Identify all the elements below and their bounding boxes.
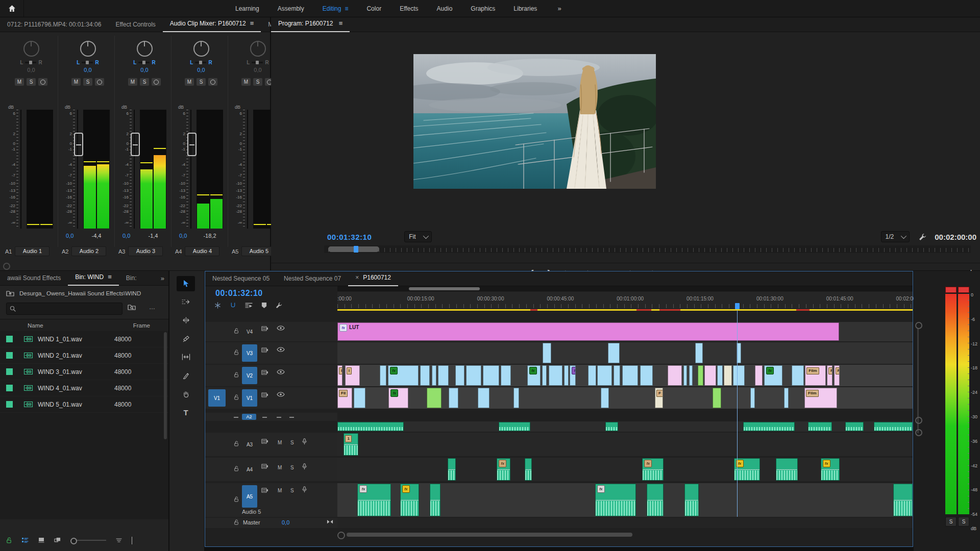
project-search-box[interactable] [6,303,122,315]
clip-indicator-right[interactable] [958,287,969,293]
video-clip[interactable] [724,365,732,386]
audio-clip[interactable]: fx [497,458,510,481]
ripple-edit-tool[interactable] [177,313,195,328]
audio-clip[interactable] [525,458,532,481]
home-button[interactable] [0,0,24,17]
fader-handle[interactable] [131,133,140,156]
video-clip[interactable] [466,365,481,386]
mixer-tab-0[interactable]: 0712: P1116796.MP4: 00:01:34:06 [0,17,108,32]
sync-lock-icon[interactable] [261,438,268,444]
mute-button[interactable]: M [278,440,282,445]
search-input[interactable] [19,305,113,313]
list-item[interactable]: WIND 3_01.wav48000 [0,364,168,380]
program-scrubber[interactable] [324,245,971,253]
lock-icon[interactable] [234,496,239,503]
timeline-vertical-scrollbar[interactable] [915,322,920,439]
pan-slider[interactable] [195,62,206,63]
solo-button[interactable]: S [197,78,206,86]
mic-icon[interactable] [302,486,307,493]
channel-name-field[interactable]: Audio 4 [185,246,219,256]
label-color-swatch[interactable] [6,368,13,375]
channel-name-field[interactable]: Audio 2 [71,246,106,256]
fader-track[interactable] [247,110,248,229]
audio-clip[interactable] [874,422,913,431]
track-name[interactable]: Audio 5 [242,509,261,515]
track-header-a3[interactable]: A3MS [205,433,337,456]
workspace-tab-audio[interactable]: Audio [437,5,453,12]
workspace-tab-color[interactable]: Color [366,5,381,12]
pan-value[interactable]: 0,0 [4,67,58,73]
video-clip[interactable]: Film [804,388,837,408]
vscroll-handle-bottom[interactable] [915,417,922,424]
solo-button[interactable]: S [290,465,294,470]
mute-button[interactable]: M [241,78,251,86]
project-tab-1[interactable]: Bin: WIND≡ [68,270,119,286]
timeline-ruler[interactable]: :00:0000:00:15:0000:00:30:0000:00:45:000… [337,292,913,311]
pan-slider[interactable] [25,62,36,63]
solo-button[interactable]: S [253,78,262,86]
solo-button[interactable]: S [290,440,294,445]
track-target-a3[interactable]: A3 [242,435,257,454]
track-lane-a2[interactable] [337,421,913,432]
sync-lock-icon[interactable] [261,463,268,469]
video-clip[interactable] [432,365,436,386]
sort-chevron[interactable] [132,537,132,544]
pan-knob[interactable] [80,41,96,57]
sort-icon[interactable] [116,538,122,543]
track-header-v4[interactable]: V4 [205,322,337,341]
video-clip[interactable] [668,365,682,386]
timeline-work-area-bar[interactable] [337,286,913,291]
selection-tool[interactable] [177,276,195,291]
audio-clip[interactable]: 1 [344,433,358,456]
master-volume-value[interactable]: 0,0 [282,519,289,525]
sync-lock-icon[interactable] [261,347,268,353]
mic-icon[interactable] [302,438,307,445]
sync-lock-icon[interactable] [261,369,268,375]
track-lane-v3[interactable] [337,342,913,364]
mixer-tab-2[interactable]: Audio Clip Mixer: P1600712≡ [163,17,261,32]
video-clip[interactable] [483,365,499,386]
video-clip[interactable] [543,343,551,363]
video-clip[interactable] [640,365,653,386]
record-arm-button[interactable] [95,78,104,86]
audio-clip[interactable] [647,484,664,516]
eye-icon[interactable] [277,369,285,374]
video-clip[interactable] [704,365,716,386]
label-color-swatch[interactable] [6,352,13,359]
lock-icon[interactable] [234,519,239,525]
video-clip[interactable] [698,365,703,386]
wrench-icon[interactable] [276,302,282,309]
pan-knob[interactable] [137,41,153,57]
fader-track[interactable] [190,110,191,229]
track-header-a5[interactable]: A5MSAudio 5 [205,483,337,517]
pan-value[interactable]: 0,0 [61,67,115,73]
video-clip[interactable] [683,365,687,386]
video-clip[interactable]: fx [527,365,541,386]
linked-selection-icon[interactable] [214,302,221,309]
lock-icon[interactable] [234,394,239,400]
volume-value[interactable]: 0,0 [122,233,130,239]
lock-green-icon[interactable] [6,537,12,544]
audio-clip[interactable] [776,458,798,481]
solo-button[interactable]: S [290,488,294,493]
video-clip[interactable] [792,365,804,386]
zoom-slider[interactable] [70,540,106,541]
playhead-marker[interactable] [735,303,740,309]
timeline-settings-icon[interactable] [245,302,253,309]
scrubber-playhead[interactable] [354,246,358,253]
thumbnail-view-icon[interactable] [38,537,44,543]
audio-vscroll-handle[interactable] [915,429,922,436]
workspace-tab-learning[interactable]: Learning [235,5,259,12]
fader-track[interactable] [20,110,21,229]
vscroll-handle-top[interactable] [915,322,922,329]
lock-icon[interactable] [234,349,239,356]
workspace-tab-graphics[interactable]: Graphics [471,5,495,12]
snap-icon[interactable] [230,302,236,309]
lock-icon[interactable] [234,466,239,472]
mic-icon[interactable] [302,463,307,470]
video-clip[interactable] [380,365,386,386]
track-target-v1[interactable]: V1 [242,389,257,407]
video-clip[interactable]: fx [388,388,408,408]
workspace-overflow-button[interactable]: » [557,5,561,12]
audio-clip[interactable]: fx [357,484,390,516]
